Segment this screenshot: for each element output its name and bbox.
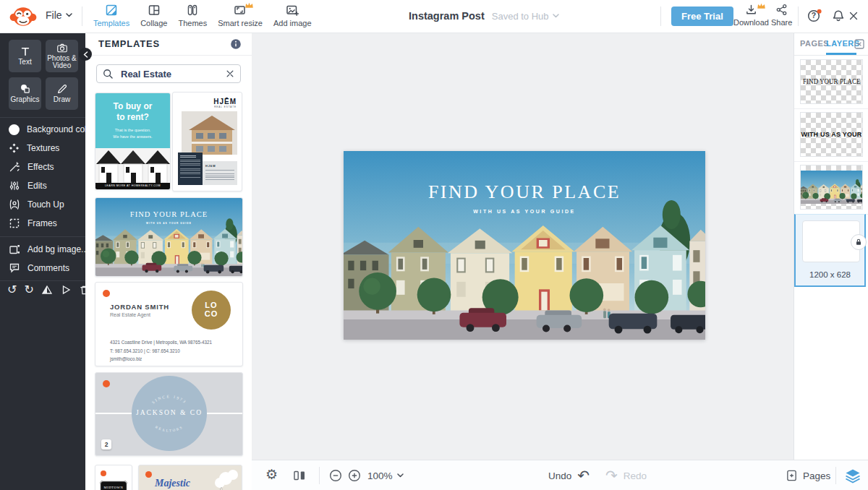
template-card-majestic[interactable]: Majestic Vacations <box>138 465 242 490</box>
template-card-business-card[interactable]: JORDAN SMITH Real Estate Agent LO CO 432… <box>95 282 243 366</box>
tab-smart-resize[interactable]: Smart resize <box>218 4 263 27</box>
sidebar-item-comments[interactable]: Comments <box>0 259 85 277</box>
svg-text:?: ? <box>812 11 816 20</box>
layer-text-preview: WITH US AS YOUR <box>801 131 861 138</box>
info-icon[interactable] <box>230 38 242 50</box>
template-card-buy-rent[interactable]: To buy or to rent? That is the question.… <box>95 93 171 190</box>
template-card-jackson[interactable]: SINCE 1973 REALTORS JACKSON & CO 2 <box>95 372 243 456</box>
undo-icon[interactable]: ↺ <box>7 284 17 296</box>
collapse-panel-button[interactable] <box>79 48 92 61</box>
app-logo[interactable] <box>9 5 37 28</box>
undo-arrow-icon[interactable]: ↶ <box>577 468 590 483</box>
layer-row-subtitle[interactable]: WITH US AS YOUR <box>794 108 868 162</box>
template-card-hjem[interactable]: HJĒM REAL ESTATE HJĒM <box>172 92 242 192</box>
templates-icon <box>105 4 118 17</box>
pages-button[interactable]: Pages <box>786 460 830 490</box>
premium-dot <box>103 290 110 297</box>
pen-icon <box>56 83 68 95</box>
text-tool-icon <box>20 46 31 57</box>
tab-label: Templates <box>93 19 129 27</box>
layer-row-photo[interactable] <box>794 161 868 215</box>
tab-themes[interactable]: Themes <box>178 4 207 27</box>
file-menu-label: File <box>46 9 62 21</box>
layer-text-preview: FIND YOUR PLACE <box>803 78 860 85</box>
notifications-button[interactable] <box>832 9 845 22</box>
tab-label: Smart resize <box>218 19 263 27</box>
templates-panel-header: TEMPLATES <box>85 33 252 56</box>
comment-bubble-icon <box>9 262 20 274</box>
layer-photo-preview <box>801 171 862 204</box>
tab-label: Collage <box>140 19 167 27</box>
design-canvas[interactable]: FIND YOUR PLACE WITH US AS YOUR GUIDE <box>344 151 705 340</box>
tab-add-image[interactable]: Add image <box>273 4 312 27</box>
lock-icon <box>854 238 863 246</box>
zoom-in-icon[interactable] <box>348 469 361 482</box>
redo-icon[interactable]: ↻ <box>24 284 33 296</box>
tab-templates[interactable]: Templates <box>93 4 129 27</box>
toolbar-divider <box>798 7 799 26</box>
tab-label: Themes <box>178 19 207 27</box>
sidebar-item-label: Edits <box>27 181 47 191</box>
svg-text:REALTORS: REALTORS <box>155 425 184 432</box>
sidebar-item-add-bg-image[interactable]: Add bg image... <box>0 241 85 258</box>
document-title: Instagram Post <box>409 10 485 22</box>
sidebar-divider <box>0 236 85 237</box>
share-button[interactable]: Share <box>771 4 792 27</box>
download-button[interactable]: Download <box>733 4 769 27</box>
help-button[interactable]: ? <box>807 9 822 23</box>
clear-search-icon[interactable] <box>226 69 234 78</box>
sidebar-item-label: Effects <box>27 162 54 172</box>
file-menu[interactable]: File <box>46 9 72 21</box>
layer-row-title[interactable]: FIND YOUR PLACE <box>794 56 868 109</box>
template-search <box>96 64 241 83</box>
undo-label[interactable]: Undo <box>548 470 571 481</box>
mirror-flip-icon[interactable] <box>293 469 306 482</box>
sidebar-item-label: Touch Up <box>27 199 64 210</box>
sidebar-item-frames[interactable]: Frames <box>0 215 85 232</box>
sidebar-item-touch-up[interactable]: Touch Up <box>0 196 85 213</box>
tab-pages[interactable]: PAGES <box>800 39 829 48</box>
template-card-midtown[interactable]: MIDTOWN <box>95 465 132 490</box>
tool-photos-video[interactable]: Photos & Video <box>46 40 78 72</box>
brand-name: HJĒM <box>213 98 237 106</box>
flip-vertical-icon[interactable] <box>41 284 53 296</box>
wood-house-illustration <box>182 111 237 155</box>
sidebar-item-edits[interactable]: Edits <box>0 177 85 194</box>
textures-icon <box>9 142 20 154</box>
flip-horizontal-icon[interactable] <box>60 284 72 296</box>
saved-status-dropdown[interactable]: Saved to Hub <box>492 11 559 22</box>
free-trial-button[interactable]: Free Trial <box>671 7 733 26</box>
tab-collage[interactable]: Collage <box>140 4 167 27</box>
themes-icon <box>186 4 199 17</box>
sidebar-item-textures[interactable]: Textures <box>0 139 85 157</box>
panel-close-icon[interactable] <box>854 39 864 49</box>
zoom-level-dropdown[interactable]: 100% <box>367 460 404 490</box>
pages-label: Pages <box>803 470 830 481</box>
zoom-out-icon[interactable] <box>329 469 342 482</box>
toolbar-divider <box>835 467 836 484</box>
redo-label[interactable]: Redo <box>624 470 647 481</box>
svg-text:SINCE 1973: SINCE 1973 <box>151 394 188 404</box>
sidebar-item-background-color[interactable]: Background color <box>0 121 85 138</box>
close-icon <box>848 10 859 22</box>
lock-badge[interactable] <box>851 234 867 250</box>
redo-arrow-icon[interactable]: ↷ <box>605 468 618 483</box>
close-button[interactable] <box>848 10 859 22</box>
search-input[interactable] <box>119 68 220 80</box>
bw-houses-illustration <box>95 148 170 183</box>
design-title: FIND YOUR PLACE <box>95 210 242 218</box>
layer-row-canvas-selected[interactable]: 1200 x 628 <box>794 214 866 287</box>
tool-text[interactable]: Text <box>9 40 41 72</box>
design-title[interactable]: FIND YOUR PLACE <box>344 181 705 203</box>
logo-line: CO <box>205 310 218 319</box>
bell-icon <box>832 9 845 22</box>
brand-name-small: HJĒM <box>205 164 234 168</box>
sidebar-item-effects[interactable]: Effects <box>0 158 85 176</box>
template-card-find-your-place[interactable]: FIND YOUR PLACE WITH US AS YOUR GUIDE <box>95 197 243 277</box>
design-subtitle[interactable]: WITH US AS YOUR GUIDE <box>344 209 705 214</box>
canvas-settings-gear-icon[interactable]: ⚙ <box>265 468 278 481</box>
sidebar-divider <box>0 280 85 281</box>
layers-stack-icon[interactable] <box>845 468 861 483</box>
tool-draw[interactable]: Draw <box>46 77 78 110</box>
tool-graphics[interactable]: Graphics <box>9 77 41 110</box>
